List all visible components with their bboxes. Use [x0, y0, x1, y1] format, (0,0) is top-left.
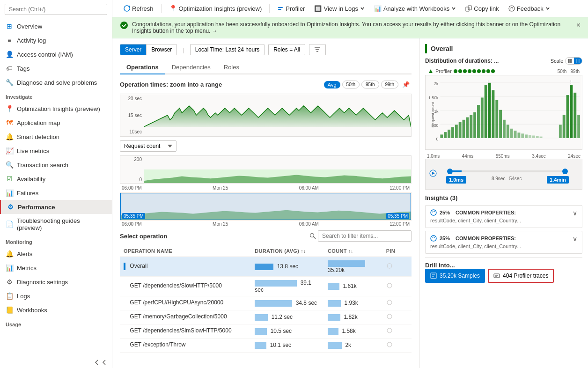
op-pin-cell[interactable] — [382, 338, 412, 352]
col-operation-name[interactable]: OPERATION NAME — [120, 245, 251, 257]
op-count-cell: 1.93k — [324, 296, 382, 310]
server-filter-button[interactable]: Server — [120, 44, 147, 55]
sidebar-item-transaction-search[interactable]: 🔍 Transaction search — [0, 158, 112, 172]
p99-pill[interactable]: 99th — [381, 81, 398, 88]
insight-expand-1[interactable]: ∨ — [573, 235, 577, 243]
sidebar-item-diagnostic-settings[interactable]: ⚙ Diagnostic settings — [0, 275, 112, 289]
scale-linear[interactable]: ||||||| — [566, 58, 573, 64]
sidebar-item-application-map[interactable]: 🗺 Application map — [0, 116, 112, 130]
sidebar-item-access-control[interactable]: 👤 Access control (IAM) — [0, 47, 112, 61]
table-row[interactable]: GET /dependencies/SimSlowHTTP/5000 10.5 … — [120, 324, 412, 338]
insight-card-0[interactable]: 25% COMMON PROPERTIES: resultCode, clien… — [425, 205, 582, 228]
browser-filter-button[interactable]: Browser — [147, 44, 176, 55]
sidebar-item-overview[interactable]: ⊞ Overview — [0, 19, 112, 33]
optimization-insights-button[interactable]: 📍 Optimization Insights (preview) — [165, 3, 266, 14]
table-row[interactable]: GET /exception/Throw 10.1 sec 2k — [120, 338, 412, 352]
sidebar-item-workbooks[interactable]: 📒 Workbooks — [0, 303, 112, 317]
chevron-left-icon — [93, 359, 101, 366]
drill-samples-button[interactable]: 35.20k Samples — [425, 269, 485, 283]
table-row[interactable]: Overall 13.8 sec 35.20k — [120, 257, 412, 277]
sidebar-item-optimization-insights[interactable]: 📍 Optimization Insights (preview) — [0, 102, 112, 116]
sidebar-item-logs[interactable]: 📋 Logs — [0, 289, 112, 303]
pin-icon[interactable] — [386, 299, 393, 306]
insight-expand-0[interactable]: ∨ — [573, 209, 577, 217]
svg-text:2k: 2k — [434, 81, 439, 86]
copy-link-button[interactable]: Copy link — [462, 3, 502, 14]
op-pin-cell[interactable] — [382, 324, 412, 338]
sidebar-item-diagnose[interactable]: 🔧 Diagnose and solve problems — [0, 75, 112, 89]
pin-icon[interactable] — [386, 327, 393, 334]
op-duration-cell: 10.5 sec — [251, 324, 324, 338]
pin-icon[interactable] — [386, 282, 393, 289]
scale-log[interactable]: | ||| — [574, 58, 582, 64]
pin-button[interactable]: 📌 — [400, 79, 412, 90]
table-row[interactable]: GET /memory/GarbageCollection/5000 11.2 … — [120, 310, 412, 324]
avg-pill[interactable]: Avg — [324, 81, 340, 88]
chevron-down-icon3 — [545, 6, 550, 11]
svg-rect-54 — [532, 136, 535, 138]
slider-handle-right[interactable] — [562, 169, 568, 174]
col-duration[interactable]: DURATION (AVG) ↑↓ — [251, 245, 324, 257]
search-input[interactable] — [5, 4, 107, 15]
time-filter-button[interactable]: Local Time: Last 24 hours — [190, 44, 265, 55]
brush-area[interactable]: 05:35 PM 05:35 PM — [120, 192, 412, 221]
profiler-button[interactable]: Profiler — [273, 3, 309, 14]
table-row[interactable]: GET /perfCPU/HighCPUAsync/20000 34.8 sec… — [120, 296, 412, 310]
svg-point-15 — [387, 328, 392, 333]
p95-pill[interactable]: 95th — [361, 81, 379, 88]
svg-rect-48 — [510, 129, 513, 138]
sidebar-item-availability[interactable]: ☑ Availability — [0, 172, 112, 186]
feedback-button[interactable]: Feedback — [505, 3, 554, 14]
live-metrics-icon: 📈 — [6, 147, 13, 155]
pin-icon[interactable] — [386, 263, 393, 269]
collapse-sidebar-button[interactable] — [0, 357, 112, 368]
sidebar-item-performance[interactable]: ⚙ Performance — [0, 200, 112, 214]
svg-rect-46 — [503, 120, 506, 138]
slider-handle-left[interactable] — [447, 169, 453, 174]
p50-pill[interactable]: 50th — [342, 81, 360, 88]
tags-icon: 🏷 — [6, 65, 13, 72]
refresh-label: Refresh — [132, 5, 154, 12]
refresh-button[interactable]: Refresh — [120, 3, 157, 14]
sidebar-item-failures[interactable]: 📊 Failures — [0, 186, 112, 200]
tab-operations[interactable]: Operations — [120, 61, 165, 74]
banner-close-button[interactable]: × — [576, 21, 581, 29]
sidebar-item-troubleshooting[interactable]: 📄 Troubleshooting guides (preview) — [0, 214, 112, 235]
slider-area[interactable]: 1.0ms 8.9sec 54sec 1.4min — [425, 159, 582, 190]
operations-search-input[interactable] — [318, 230, 412, 242]
insight-card-1[interactable]: 25% COMMON PROPERTIES: resultCode, clien… — [425, 231, 582, 254]
more-filters-button[interactable] — [309, 44, 326, 55]
sidebar-item-label: Optimization Insights (preview) — [17, 105, 100, 112]
chart-type-dropdown[interactable]: Request count Duration Failed requests — [120, 140, 176, 152]
toolbar: Refresh 📍 Optimization Insights (preview… — [112, 0, 588, 17]
bar-chart-area: 200 0 — [120, 155, 412, 184]
op-pin-cell[interactable] — [382, 276, 412, 296]
analyze-workbooks-button[interactable]: 📊 Analyze with Workbooks — [370, 3, 460, 14]
sidebar-item-live-metrics[interactable]: 📈 Live metrics — [0, 144, 112, 158]
col-count[interactable]: COUNT ↑↓ — [324, 245, 382, 257]
operations-header: Select operation — [120, 230, 412, 242]
table-row[interactable]: GET /dependencies/SlowHTTP/5000 39.1 sec… — [120, 276, 412, 296]
drill-buttons: 35.20k Samples 404 Profiler traces — [425, 269, 582, 283]
pin-icon[interactable] — [386, 313, 393, 320]
svg-rect-56 — [540, 137, 543, 138]
troubleshooting-icon: 📄 — [6, 221, 13, 228]
bar-chart-svg — [144, 156, 411, 183]
svg-point-67 — [431, 210, 436, 215]
insights-section: Insights (3) 25% COMMON PROPERTIES: resu… — [425, 194, 582, 254]
tab-dependencies[interactable]: Dependencies — [165, 61, 217, 74]
op-pin-cell[interactable] — [382, 296, 412, 310]
op-pin-cell[interactable] — [382, 257, 412, 277]
roles-filter-button[interactable]: Roles = All — [268, 44, 305, 55]
tab-roles[interactable]: Roles — [217, 61, 246, 74]
pin-icon[interactable] — [386, 341, 393, 348]
drill-profiler-button[interactable]: 404 Profiler traces — [488, 269, 554, 283]
view-in-logs-button[interactable]: 🔲 View in Logs — [310, 3, 368, 14]
sidebar-item-activity-log[interactable]: ≡ Activity log — [0, 33, 112, 47]
sidebar-item-smart-detection[interactable]: 🔔 Smart detection — [0, 130, 112, 144]
svg-rect-47 — [507, 125, 509, 138]
op-pin-cell[interactable] — [382, 310, 412, 324]
sidebar-item-metrics[interactable]: 📊 Metrics — [0, 261, 112, 275]
sidebar-item-alerts[interactable]: 🔔 Alerts — [0, 247, 112, 261]
sidebar-item-tags[interactable]: 🏷 Tags — [0, 61, 112, 75]
